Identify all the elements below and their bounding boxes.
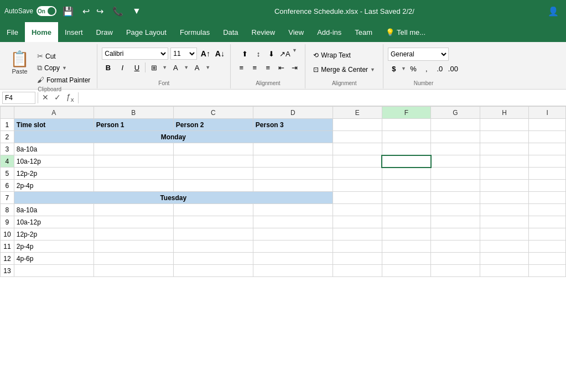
row-num-6[interactable]: 6 (1, 180, 14, 192)
cell-i12[interactable] (529, 253, 566, 265)
font-shrink-button[interactable]: A↓ (214, 48, 226, 60)
menu-file[interactable]: File (0, 22, 25, 42)
menu-formulas[interactable]: Formulas (173, 22, 216, 42)
cell-b6[interactable] (94, 180, 173, 192)
redo-icon[interactable]: ↪ (94, 5, 106, 18)
merge-center-button[interactable]: ⊡ Merge & Center ▼ (310, 64, 378, 75)
align-center-button[interactable]: ≡ (248, 61, 261, 74)
cell-f6[interactable] (382, 180, 431, 192)
align-bottom-button[interactable]: ⬇ (266, 48, 278, 60)
cell-i3[interactable] (529, 143, 566, 155)
cell-b5[interactable] (94, 168, 173, 180)
cell-f13[interactable] (382, 265, 431, 277)
increase-indent-button[interactable]: ⇥ (288, 61, 300, 74)
cell-e9[interactable] (333, 216, 382, 228)
borders-button[interactable]: ⊞ (148, 61, 160, 74)
cell-g3[interactable] (431, 143, 480, 155)
cell-h9[interactable] (480, 216, 529, 228)
autosave-toggle[interactable]: On (37, 6, 56, 16)
cell-e5[interactable] (333, 168, 382, 180)
cell-f3[interactable] (382, 143, 431, 155)
cell-g9[interactable] (431, 216, 480, 228)
paste-button[interactable]: 📋 Paste (7, 48, 33, 77)
col-header-c[interactable]: C (173, 107, 253, 119)
cell-a9[interactable]: 10a-12p (14, 216, 94, 228)
cell-e10[interactable] (333, 228, 382, 241)
undo-icon[interactable]: ↩ (80, 5, 92, 18)
col-header-f[interactable]: F (382, 107, 431, 119)
cell-i10[interactable] (529, 228, 566, 241)
cell-h8[interactable] (480, 204, 529, 216)
cell-a10[interactable]: 12p-2p (14, 228, 94, 241)
align-middle-button[interactable]: ↕ (252, 48, 264, 60)
cut-button[interactable]: ✂ Cut (35, 51, 92, 61)
cell-c12[interactable] (173, 253, 253, 265)
bold-button[interactable]: B (102, 61, 114, 74)
cancel-formula-icon[interactable]: ✕ (40, 93, 50, 102)
cell-i6[interactable] (529, 180, 566, 192)
row-num-3[interactable]: 3 (1, 143, 14, 155)
cell-h7[interactable] (480, 192, 529, 204)
cell-e12[interactable] (333, 253, 382, 265)
cell-d8[interactable] (253, 204, 333, 216)
align-right-button[interactable]: ≡ (262, 61, 274, 74)
row-num-4[interactable]: 4 (1, 155, 14, 168)
cell-i9[interactable] (529, 216, 566, 228)
cell-a2[interactable]: Monday (14, 131, 333, 143)
cell-d5[interactable] (253, 168, 333, 180)
insert-function-icon[interactable]: ƒx (65, 92, 76, 103)
cell-g11[interactable] (431, 241, 480, 253)
cell-f2[interactable] (382, 131, 431, 143)
col-header-a[interactable]: A (14, 107, 94, 119)
menu-insert[interactable]: Insert (58, 22, 90, 42)
cell-g6[interactable] (431, 180, 480, 192)
cell-a13[interactable] (14, 265, 94, 277)
cell-h12[interactable] (480, 253, 529, 265)
cell-e4[interactable] (333, 155, 382, 168)
cell-e6[interactable] (333, 180, 382, 192)
cell-h10[interactable] (480, 228, 529, 241)
cell-f10[interactable] (382, 228, 431, 241)
cell-h5[interactable] (480, 168, 529, 180)
cell-b8[interactable] (94, 204, 173, 216)
cell-g2[interactable] (431, 131, 480, 143)
cell-c13[interactable] (173, 265, 253, 277)
cell-a4[interactable]: 10a-12p (14, 155, 94, 168)
cell-d10[interactable] (253, 228, 333, 241)
cell-a11[interactable]: 2p-4p (14, 241, 94, 253)
copy-button[interactable]: ⧉ Copy ▼ (35, 62, 92, 74)
cell-f9[interactable] (382, 216, 431, 228)
fill-dropdown[interactable]: ▼ (184, 65, 189, 70)
menu-data[interactable]: Data (216, 22, 245, 42)
cell-h2[interactable] (480, 131, 529, 143)
cell-a8[interactable]: 8a-10a (14, 204, 94, 216)
cell-i7[interactable] (529, 192, 566, 204)
cell-i5[interactable] (529, 168, 566, 180)
menu-draw[interactable]: Draw (90, 22, 120, 42)
cell-c10[interactable] (173, 228, 253, 241)
cell-a12[interactable]: 4p-6p (14, 253, 94, 265)
cell-e7[interactable] (333, 192, 382, 204)
row-num-2[interactable]: 2 (1, 131, 14, 143)
cell-b10[interactable] (94, 228, 173, 241)
cell-b1[interactable]: Person 1 (94, 119, 173, 131)
cell-c1[interactable]: Person 2 (173, 119, 253, 131)
merge-dropdown[interactable]: ▼ (370, 67, 375, 72)
fill-color-button[interactable]: A (169, 61, 181, 74)
decrease-indent-button[interactable]: ⇤ (275, 61, 287, 74)
menu-page-layout[interactable]: Page Layout (120, 22, 173, 42)
col-header-g[interactable]: G (431, 107, 480, 119)
cell-i1[interactable] (529, 119, 566, 131)
cell-d4[interactable] (253, 155, 333, 168)
align-top-button[interactable]: ⬆ (239, 48, 251, 60)
angle-dropdown[interactable]: ▼ (292, 48, 297, 60)
account-icon[interactable]: 👤 (545, 5, 562, 18)
cell-c4[interactable] (173, 155, 253, 168)
cell-b3[interactable] (94, 143, 173, 155)
cell-g5[interactable] (431, 168, 480, 180)
menu-add-ins[interactable]: Add-ins (310, 22, 348, 42)
cell-d1[interactable]: Person 3 (253, 119, 333, 131)
cell-d9[interactable] (253, 216, 333, 228)
currency-dropdown[interactable]: ▼ (401, 66, 406, 71)
cell-c8[interactable] (173, 204, 253, 216)
